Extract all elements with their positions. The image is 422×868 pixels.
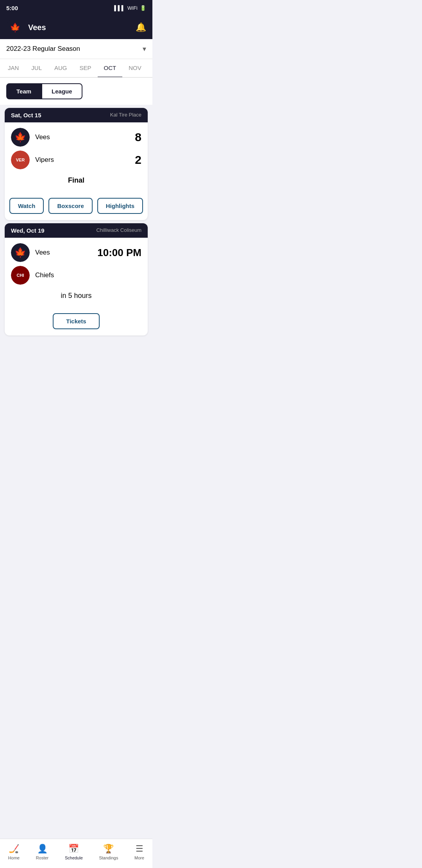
header-title: Vees <box>28 23 136 32</box>
svg-text:🍁: 🍁 <box>14 131 26 143</box>
game-date-2: Wed, Oct 19 <box>11 227 45 234</box>
game-actions-1: Watch Boxscore Highlights <box>5 193 148 220</box>
roster-icon: 👤 <box>37 844 48 854</box>
home-team-name-1: Vees <box>35 133 135 141</box>
nav-home[interactable]: 🏒 Home <box>4 842 23 862</box>
nav-home-label: Home <box>8 855 20 860</box>
boxscore-button[interactable]: Boxscore <box>48 198 92 214</box>
game-venue-2: Chilliwack Coliseum <box>96 227 141 234</box>
tab-jan[interactable]: JAN <box>2 59 25 78</box>
svg-text:🍁: 🍁 <box>14 247 26 258</box>
nav-standings[interactable]: 🏆 Standings <box>95 842 122 862</box>
svg-text:🍁: 🍁 <box>10 22 21 33</box>
tab-sep[interactable]: SEP <box>73 59 98 78</box>
chevron-down-icon: ▾ <box>143 45 146 53</box>
tab-aug[interactable]: AUG <box>48 59 73 78</box>
game-card-1: Sat, Oct 15 Kal Tire Place 🍁 Vees 8 VER … <box>5 108 148 220</box>
away-team-name-2: Chiefs <box>35 271 141 279</box>
watch-button[interactable]: Watch <box>9 198 44 214</box>
league-toggle-button[interactable]: League <box>41 83 82 99</box>
away-team-score-1: 2 <box>135 153 141 167</box>
more-icon: ☰ <box>136 844 143 854</box>
bottom-nav: 🏒 Home 👤 Roster 📅 Schedule 🏆 Standings ☰… <box>0 839 152 868</box>
signal-icon: ▌▌▌ <box>114 5 125 11</box>
home-team-row-1: 🍁 Vees 8 <box>11 128 141 147</box>
status-icons: ▌▌▌ WiFi 🔋 <box>114 5 146 11</box>
schedule-icon: 📅 <box>68 844 79 854</box>
nav-schedule-label: Schedule <box>65 855 83 860</box>
game-card-2: Wed, Oct 19 Chilliwack Coliseum 🍁 Vees 1… <box>5 223 148 335</box>
game-time-until-2: in 5 hours <box>11 289 141 303</box>
status-time: 5:00 <box>6 5 18 11</box>
vees-logo-1: 🍁 <box>11 128 30 147</box>
team-logo-header: 🍁 <box>6 19 23 36</box>
game-status-1: Final <box>11 173 141 188</box>
view-toggle: Team League <box>0 78 152 105</box>
nav-schedule[interactable]: 📅 Schedule <box>61 842 87 862</box>
nav-more-label: More <box>134 855 144 860</box>
season-text: 2022-23 Regular Season <box>6 45 80 53</box>
notification-icon[interactable]: 🔔 <box>136 22 146 32</box>
standings-icon: 🏆 <box>103 844 114 854</box>
game-body-2: 🍁 Vees 10:00 PM CHI Chiefs in 5 hours <box>5 238 148 308</box>
game-date-1: Sat, Oct 15 <box>11 112 41 118</box>
tab-jul[interactable]: JUL <box>25 59 48 78</box>
home-team-name-2: Vees <box>35 249 97 256</box>
season-selector[interactable]: 2022-23 Regular Season ▾ <box>0 39 152 59</box>
vees-logo-2: 🍁 <box>11 243 30 262</box>
wifi-icon: WiFi <box>127 5 138 11</box>
game-venue-1: Kal Tire Place <box>110 112 141 118</box>
home-team-score-1: 8 <box>135 131 141 144</box>
tab-dec[interactable]: DEC <box>148 59 152 78</box>
game-body-1: 🍁 Vees 8 VER Vipers 2 Final <box>5 122 148 193</box>
away-team-row-2: CHI Chiefs <box>11 266 141 285</box>
game-header-1: Sat, Oct 15 Kal Tire Place <box>5 108 148 122</box>
status-bar: 5:00 ▌▌▌ WiFi 🔋 <box>0 0 152 16</box>
tab-nov[interactable]: NOV <box>122 59 148 78</box>
month-tabs: JAN JUL AUG SEP OCT NOV DEC <box>0 59 152 78</box>
chiefs-logo-2: CHI <box>11 266 30 285</box>
away-team-row-1: VER Vipers 2 <box>11 151 141 169</box>
nav-more[interactable]: ☰ More <box>131 842 148 862</box>
home-team-row-2: 🍁 Vees 10:00 PM <box>11 243 141 262</box>
game-header-2: Wed, Oct 19 Chilliwack Coliseum <box>5 223 148 238</box>
battery-icon: 🔋 <box>140 5 146 11</box>
game-actions-2: Tickets <box>5 308 148 335</box>
highlights-button[interactable]: Highlights <box>97 198 143 214</box>
nav-standings-label: Standings <box>99 855 118 860</box>
nav-roster[interactable]: 👤 Roster <box>32 842 52 862</box>
tickets-button[interactable]: Tickets <box>53 313 99 329</box>
vipers-logo-1: VER <box>11 151 30 169</box>
nav-roster-label: Roster <box>36 855 48 860</box>
home-icon: 🏒 <box>9 844 19 854</box>
app-header: 🍁 Vees 🔔 <box>0 16 152 39</box>
team-toggle-button[interactable]: Team <box>6 83 41 99</box>
tab-oct[interactable]: OCT <box>98 59 123 78</box>
away-team-name-1: Vipers <box>35 156 135 164</box>
game-time-2: 10:00 PM <box>97 247 141 259</box>
